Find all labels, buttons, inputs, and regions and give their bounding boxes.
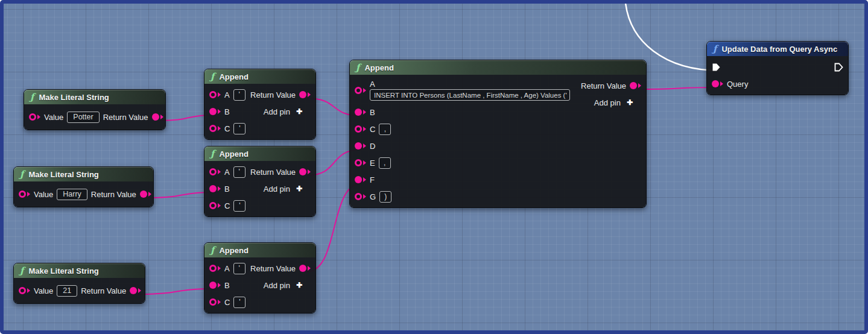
pin-label: Return Value [81, 286, 126, 295]
node-header[interactable]: ƒ Append [204, 243, 315, 257]
function-icon: ƒ [713, 45, 717, 54]
c-value-field[interactable]: , [379, 124, 391, 135]
node-title: Append [219, 72, 248, 81]
pin-dot [209, 168, 217, 175]
node-title: Make Literal String [28, 170, 98, 179]
pin-label: B [224, 184, 230, 194]
exec-in-icon [712, 63, 721, 72]
pin-arrow [218, 283, 221, 288]
pin-c-input[interactable] [209, 125, 221, 132]
node-append-1[interactable]: ƒ Append A ' Return Value B Add pin ✚ [204, 69, 316, 140]
pin-value-input[interactable] [19, 191, 30, 198]
pin-arrow [138, 288, 141, 293]
a-value-field[interactable]: ' [233, 263, 246, 274]
pin-arrow [37, 115, 40, 119]
node-append-3[interactable]: ƒ Append A ' Return Value B Add pin ✚ [204, 242, 316, 314]
pin-label: B [224, 107, 230, 116]
a-value-field[interactable]: ' [233, 166, 246, 178]
add-pin-label: Add pin [264, 107, 290, 116]
pin-arrow [218, 300, 221, 304]
node-header[interactable]: ƒ Update Data from Query Async [707, 42, 848, 56]
pin-a-input[interactable] [209, 168, 221, 175]
pin-f-input[interactable] [355, 176, 366, 183]
pin-arrow [308, 266, 311, 271]
pin-arrow [218, 126, 221, 131]
node-make-literal-string-3[interactable]: ƒ Make Literal String Value 21 Return Va… [13, 263, 145, 304]
add-pin-label: Add pin [264, 184, 290, 194]
pin-return-value-output[interactable] [130, 287, 141, 294]
pin-c-input[interactable] [209, 298, 221, 306]
pin-value-input[interactable] [19, 287, 30, 294]
blueprint-graph-canvas[interactable]: ƒ Make Literal String Value Potter Retur… [0, 0, 868, 334]
pin-return-value-output[interactable] [630, 82, 641, 89]
pin-d-input[interactable] [355, 142, 366, 150]
pin-b-input[interactable] [209, 108, 221, 115]
pin-b-input[interactable] [209, 185, 221, 192]
function-icon: ƒ [20, 266, 24, 276]
pin-exec-output[interactable] [834, 63, 843, 72]
function-icon: ƒ [211, 72, 214, 81]
add-pin-icon[interactable]: ✚ [296, 107, 302, 116]
pin-c-input[interactable] [209, 202, 221, 209]
pin-a-input[interactable] [209, 91, 221, 98]
pin-b-input[interactable] [355, 109, 366, 116]
pin-b-input[interactable] [209, 282, 221, 289]
node-title: Append [219, 150, 248, 159]
node-make-literal-string-2[interactable]: ƒ Make Literal String Value Harry Return… [13, 166, 154, 207]
node-append-2[interactable]: ƒ Append A ' Return Value B Add pin ✚ [204, 146, 316, 217]
pin-query-input[interactable] [712, 80, 723, 87]
pin-dot [19, 287, 26, 294]
node-header[interactable]: ƒ Append [204, 147, 315, 161]
pin-dot [140, 191, 147, 198]
pin-arrow [363, 88, 366, 93]
pin-dot [355, 159, 362, 166]
node-append-main[interactable]: ƒ Append A INSERT INTO Persons (LastName… [349, 60, 647, 208]
node-make-literal-string-1[interactable]: ƒ Make Literal String Value Potter Retur… [24, 89, 166, 130]
a-value-field[interactable]: INSERT INTO Persons (LastName , FirstNam… [370, 89, 570, 101]
c-value-field[interactable]: ' [233, 200, 246, 212]
pin-label: Query [727, 80, 748, 89]
pin-label: Return Value [250, 168, 296, 177]
a-value-field[interactable]: ' [233, 89, 246, 101]
pin-a-input[interactable] [209, 265, 221, 272]
add-pin-icon[interactable]: ✚ [296, 281, 302, 289]
node-update-data-from-query-async[interactable]: ƒ Update Data from Query Async Query [706, 41, 849, 95]
g-value-field[interactable]: ) [379, 191, 391, 203]
pin-g-input[interactable] [355, 193, 366, 200]
c-value-field[interactable]: ' [233, 123, 246, 134]
pin-dot [209, 91, 217, 98]
pin-exec-input[interactable] [712, 63, 721, 72]
value-input-field[interactable]: 21 [57, 285, 77, 297]
value-input-field[interactable]: Potter [67, 112, 99, 123]
pin-label: C [224, 124, 230, 133]
pin-a-input[interactable] [355, 87, 366, 94]
node-title: Update Data from Query Async [721, 45, 837, 54]
pin-dot [355, 125, 362, 133]
node-header[interactable]: ƒ Append [350, 60, 646, 75]
pin-label: Return Value [91, 190, 136, 199]
value-input-field[interactable]: Harry [57, 189, 87, 200]
pin-value-input[interactable] [29, 113, 40, 121]
pin-arrow [363, 160, 366, 165]
pin-label: Value [34, 286, 53, 295]
pin-return-value-output[interactable] [140, 191, 151, 198]
e-value-field[interactable]: , [379, 157, 391, 169]
pin-return-value-output[interactable] [152, 113, 163, 121]
node-header[interactable]: ƒ Append [204, 69, 315, 84]
pin-dot [209, 282, 217, 289]
pin-return-value-output[interactable] [299, 91, 311, 98]
pin-arrow [308, 169, 311, 174]
add-pin-icon[interactable]: ✚ [627, 98, 633, 107]
pin-c-input[interactable] [355, 125, 366, 133]
node-header[interactable]: ƒ Make Literal String [24, 90, 165, 104]
pin-return-value-output[interactable] [299, 168, 311, 175]
pin-return-value-output[interactable] [299, 265, 311, 272]
node-header[interactable]: ƒ Make Literal String [14, 167, 153, 181]
c-value-field[interactable]: ' [233, 297, 246, 308]
pin-dot [209, 185, 217, 192]
function-icon: ƒ [356, 63, 360, 72]
pin-arrow [218, 169, 221, 174]
node-header[interactable]: ƒ Make Literal String [14, 263, 145, 278]
add-pin-icon[interactable]: ✚ [296, 184, 302, 193]
pin-e-input[interactable] [355, 159, 366, 166]
